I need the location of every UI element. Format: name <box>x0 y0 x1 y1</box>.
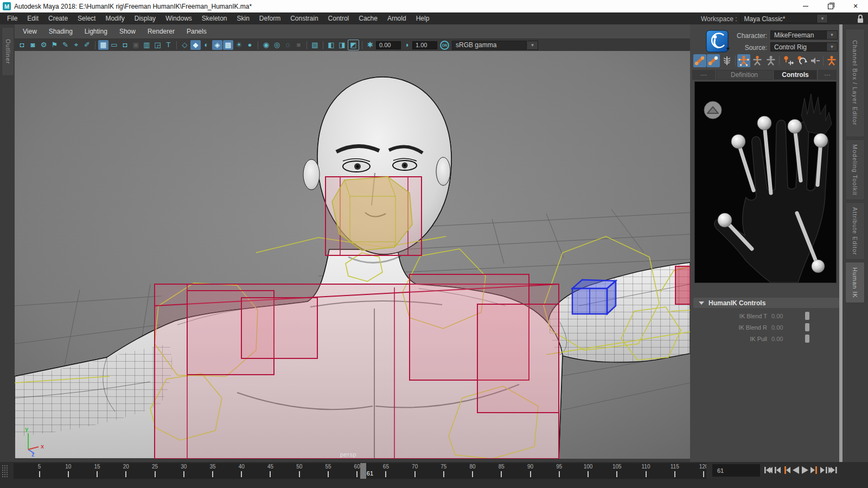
menu-cache[interactable]: Cache <box>354 13 382 24</box>
panel-menu-shading[interactable]: Shading <box>43 26 79 37</box>
panel-menu-lighting[interactable]: Lighting <box>79 26 113 37</box>
tab-placeholder[interactable]: --- <box>818 70 837 80</box>
step-back-key-button[interactable] <box>773 465 782 476</box>
edge-tab-modeling-toolkit[interactable]: Modeling Toolkit <box>845 139 865 200</box>
chevron-down-icon[interactable]: ▼ <box>827 42 838 52</box>
ik-slider-handle[interactable] <box>805 323 809 331</box>
character-dropdown[interactable]: MikeFreeman <box>770 30 827 40</box>
view-transform-dropdown[interactable]: sRGB gamma <box>452 41 527 50</box>
textured-icon[interactable]: ▩ <box>223 40 233 50</box>
menu-control[interactable]: Control <box>323 13 354 24</box>
chevron-down-icon[interactable]: ▼ <box>827 30 838 40</box>
xray-icon[interactable]: ◧ <box>326 40 336 50</box>
humanik-controls-header[interactable]: HumanIK Controls <box>693 298 839 308</box>
paint-icon[interactable]: ✐ <box>82 40 92 50</box>
time-slider[interactable]: 5101520253035404550556065707580859095100… <box>14 463 706 479</box>
edge-tab-attribute-editor[interactable]: Attribute Editor <box>845 202 865 260</box>
workspace-dropdown[interactable]: Maya Classic* <box>740 14 817 23</box>
body-part-mode-icon[interactable] <box>707 54 720 67</box>
ik-value-field[interactable]: 0.00 <box>771 324 791 331</box>
go-to-start-button[interactable] <box>764 465 773 476</box>
grid-icon[interactable]: ▦ <box>98 40 108 50</box>
tab-placeholder[interactable]: --- <box>692 70 715 80</box>
occlusion-icon[interactable]: ◉ <box>261 40 271 50</box>
play-forward-button[interactable] <box>801 465 809 476</box>
grease-pencil-icon[interactable]: ✎ <box>60 40 71 50</box>
edge-tab-channel-box-layer-editor[interactable]: Channel Box / Layer Editor <box>845 29 865 137</box>
bookmark-icon[interactable]: ⚑ <box>49 40 60 50</box>
smooth-shade-icon[interactable]: ◆ <box>190 40 201 50</box>
pan-zoom-icon[interactable]: ⌖ <box>71 40 81 50</box>
selected-effector-cube[interactable] <box>572 280 616 314</box>
field-chart-icon[interactable]: ▥ <box>142 40 152 50</box>
menu-help[interactable]: Help <box>411 13 435 24</box>
use-lights-icon[interactable]: ☀ <box>234 40 244 50</box>
ik-value-field[interactable]: 0.00 <box>771 336 791 342</box>
contrast-icon[interactable]: ◑ <box>401 40 412 50</box>
ik-slider-handle[interactable] <box>805 312 809 320</box>
viewport-3d[interactable]: y z x persp <box>15 51 690 459</box>
mute-icon[interactable] <box>808 54 821 67</box>
panel-menu-panels[interactable]: Panels <box>181 26 213 37</box>
panel-menu-view[interactable]: View <box>17 26 43 37</box>
multisample-icon[interactable]: ◌ <box>283 40 293 50</box>
gamma-field[interactable]: 1.00 <box>412 41 437 49</box>
image-plane-icon[interactable]: ◲ <box>152 40 163 50</box>
film-gate-icon[interactable]: ▭ <box>109 40 119 50</box>
camera-settings-icon[interactable]: ⚙ <box>39 40 49 50</box>
ik-value-field[interactable]: 0.00 <box>771 313 791 319</box>
camera-lock-icon[interactable]: ◙ <box>28 40 38 50</box>
menu-skin[interactable]: Skin <box>232 13 254 24</box>
color-management-toggle[interactable]: ON <box>440 41 449 50</box>
restore-button[interactable] <box>818 0 843 12</box>
playblast-camera-icon[interactable]: ◘ <box>17 40 27 50</box>
play-backward-button[interactable] <box>792 465 800 476</box>
select-character-node-icon[interactable] <box>825 54 838 67</box>
controls-picker-view[interactable] <box>694 81 837 283</box>
menu-arnold[interactable]: Arnold <box>382 13 411 24</box>
step-back-frame-button[interactable] <box>782 465 791 476</box>
screen-space-icon[interactable]: ◩ <box>348 40 359 50</box>
go-to-end-button[interactable] <box>828 465 837 476</box>
ik-slider-handle[interactable] <box>805 335 809 343</box>
shadows-icon[interactable]: ● <box>245 40 255 50</box>
panel-menu-renderer[interactable]: Renderer <box>142 26 181 37</box>
xray-joints-icon[interactable]: ◨ <box>337 40 347 50</box>
pin-rotate-icon[interactable] <box>795 54 808 67</box>
exposure-icon[interactable]: ✱ <box>365 40 375 50</box>
menu-modify[interactable]: Modify <box>100 13 129 24</box>
chevron-down-icon[interactable]: ▼ <box>527 41 538 50</box>
sequence-icon[interactable]: ■ <box>293 40 304 50</box>
safe-title-icon[interactable]: T <box>163 40 174 50</box>
pin-translate-icon[interactable] <box>781 54 794 67</box>
tab-definition[interactable]: Definition <box>716 70 773 80</box>
body-part-keying-icon[interactable] <box>751 54 764 67</box>
selection-keying-icon[interactable] <box>764 54 777 67</box>
current-frame-field[interactable]: 61 <box>712 464 760 477</box>
motion-blur-icon[interactable]: ◎ <box>272 40 282 50</box>
source-dropdown[interactable]: Control Rig <box>770 42 827 52</box>
full-body-keying-icon[interactable] <box>737 54 750 67</box>
menu-select[interactable]: Select <box>73 13 100 24</box>
menu-windows[interactable]: Windows <box>161 13 197 24</box>
step-forward-frame-button[interactable] <box>810 465 819 476</box>
panel-menu-show[interactable]: Show <box>113 26 142 37</box>
gate-mask-icon[interactable]: ▣ <box>131 40 141 50</box>
step-forward-key-button[interactable] <box>819 465 828 476</box>
close-button[interactable]: ✕ <box>843 0 868 12</box>
wireframe-on-shaded-icon[interactable]: ◈ <box>212 40 222 50</box>
edge-tab-human-ik[interactable]: Human IK <box>845 262 865 303</box>
menu-deform[interactable]: Deform <box>254 13 285 24</box>
picker-back-button[interactable] <box>704 101 722 119</box>
exposure-field[interactable]: 0.00 <box>376 41 401 49</box>
full-body-mode-icon[interactable] <box>693 54 706 67</box>
menu-display[interactable]: Display <box>130 13 161 24</box>
lock-icon[interactable] <box>856 14 865 24</box>
tab-controls[interactable]: Controls <box>774 70 817 80</box>
minimize-button[interactable] <box>793 0 818 12</box>
menu-create[interactable]: Create <box>43 13 73 24</box>
resolution-gate-icon[interactable]: ◘ <box>120 40 130 50</box>
isolate-select-icon[interactable]: ▧ <box>310 40 320 50</box>
menu-skeleton[interactable]: Skeleton <box>197 13 232 24</box>
current-frame-marker[interactable] <box>360 463 366 479</box>
